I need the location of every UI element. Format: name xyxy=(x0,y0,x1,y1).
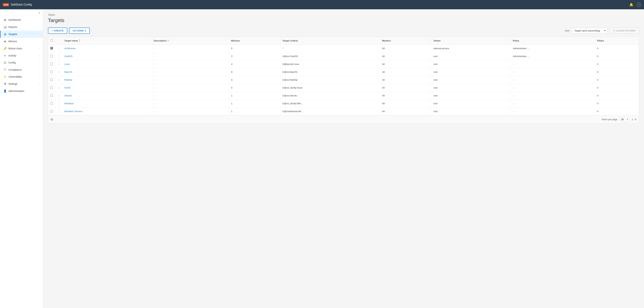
target-name-link-1[interactable]: All Minions xyxy=(64,47,76,50)
select-all-checkbox[interactable] xyxy=(50,39,53,42)
row-checkbox-2[interactable] xyxy=(50,55,53,58)
row-checkbox-cell xyxy=(48,108,55,115)
row-pillars-3: 0 xyxy=(595,60,639,68)
sidebar-item-left-reports: 📊 Reports xyxy=(4,26,17,28)
columns-icon[interactable]: ⊞ xyxy=(51,118,53,121)
actions-button[interactable]: ACTIONS ∨ xyxy=(69,28,90,34)
sidebar-item-reports[interactable]: 📊 Reports xyxy=(0,24,43,30)
sort-select[interactable]: Target name (ascending)Target name (desc… xyxy=(572,28,608,34)
sidebar-item-dashboard[interactable]: ⊞ Dashboard xyxy=(0,16,43,24)
sort-arrows-target-name[interactable]: ▲ ▼ xyxy=(79,39,80,42)
chevron-icon-compliance: › xyxy=(39,69,40,71)
th-target-criteria: Target criteria xyxy=(280,37,380,44)
target-name-link-4[interactable]: MacOS xyxy=(64,71,72,73)
row-checkbox-4[interactable] xyxy=(50,70,53,73)
clear-filters-button[interactable]: ▽ CLEAR FILTERS xyxy=(610,28,639,34)
sidebar-label-activity: Activity xyxy=(8,54,16,57)
create-button[interactable]: + CREATE xyxy=(48,28,67,34)
row-checkbox-8[interactable] xyxy=(50,102,53,105)
sidebar-item-administration[interactable]: 👤 Administration › xyxy=(0,88,43,94)
table-header: Target name ▲ ▼ Description ▽ xyxy=(48,37,639,44)
filter-icon: ▽ xyxy=(613,29,615,32)
row-owner-3: root xyxy=(432,60,511,68)
row-owner-5: root xyxy=(432,76,511,84)
row-menu-5[interactable]: ⋮ xyxy=(55,76,62,84)
sidebar-item-vulnerability[interactable]: ⚡ Vulnerability › xyxy=(0,73,43,80)
sidebar-item-settings[interactable]: ⚙ Settings › xyxy=(0,80,43,88)
row-checkbox-selected-1[interactable] xyxy=(50,47,53,50)
sidebar-icon-administration: 👤 xyxy=(4,90,6,93)
per-page-select[interactable]: 102050100 xyxy=(620,117,630,122)
row-description-4: -- xyxy=(152,68,229,76)
row-minions-1: 5 xyxy=(229,44,280,52)
row-checkbox-6[interactable] xyxy=(50,86,53,89)
row-menu-8[interactable]: ⋮ xyxy=(55,100,62,108)
row-checkbox-5[interactable] xyxy=(50,78,53,81)
pagination-range: 1 - 9 xyxy=(632,118,636,121)
description-filter-icon[interactable]: ▽ xyxy=(168,40,169,42)
row-roles-2: Administrator, ... xyxy=(511,52,595,60)
row-target-name-5: RedHat xyxy=(62,76,152,84)
sidebar-item-activity[interactable]: ≡ Activity › xyxy=(0,52,43,59)
target-name-link-9[interactable]: Windows Servers xyxy=(64,110,82,113)
row-menu-1[interactable]: ⋮ xyxy=(55,44,62,52)
target-name-link-3[interactable]: Linux xyxy=(64,63,70,66)
row-checkbox-9[interactable] xyxy=(50,110,53,112)
row-target-name-8: Windows xyxy=(62,100,152,108)
help-icon[interactable]: ? xyxy=(637,2,641,7)
table-body: ⋮ All Minions -- 5 * All internal-access… xyxy=(48,44,639,115)
row-pillars-8: 0 xyxy=(595,100,639,108)
items-per-page-label: Items per page xyxy=(602,118,617,121)
row-masters-7: All xyxy=(380,92,432,100)
row-menu-9[interactable]: ⋮ xyxy=(55,108,62,115)
targets-table: Target name ▲ ▼ Description ▽ xyxy=(48,37,639,115)
sidebar-item-targets[interactable]: ◎ Targets xyxy=(0,30,43,38)
breadcrumb: Targets xyxy=(48,14,639,16)
th-roles: Roles xyxy=(511,37,595,44)
th-target-criteria-label: Target criteria xyxy=(282,39,298,42)
row-menu-6[interactable]: ⋮ xyxy=(55,84,62,92)
sidebar-item-compliance[interactable]: 🛡 Compliance › xyxy=(0,66,43,73)
target-name-link-7[interactable]: Ubuntu xyxy=(64,94,72,97)
row-menu-2[interactable]: ⋮ xyxy=(55,52,62,60)
sidebar-label-administration: Administration xyxy=(8,90,24,92)
navbar-left: vmw SaltStack Config xyxy=(3,3,32,6)
row-target-name-2: CentOS xyxy=(62,52,152,60)
sidebar-icon-dashboard: ⊞ xyxy=(4,18,6,22)
table-row: ⋮ RedHat -- 0 G@os:RedHat All root -- 0 xyxy=(48,76,639,84)
row-checkbox-3[interactable] xyxy=(50,62,53,65)
row-owner-1: internal-access xyxy=(432,44,511,52)
app-title: SaltStack Config xyxy=(11,3,32,6)
row-description-9: -- xyxy=(152,108,229,115)
row-target-name-7: Ubuntu xyxy=(62,92,152,100)
sidebar-item-config[interactable]: ⊡ Config › xyxy=(0,59,43,66)
target-name-link-8[interactable]: Windows xyxy=(64,102,74,105)
sidebar-item-minion-keys[interactable]: 🔑 Minion Keys › xyxy=(0,45,43,52)
row-menu-4[interactable]: ⋮ xyxy=(55,68,62,76)
target-name-link-6[interactable]: SUSE xyxy=(64,86,71,89)
row-masters-6: All xyxy=(380,84,432,92)
row-roles-8: -- xyxy=(511,100,595,108)
row-description-7: -- xyxy=(152,92,229,100)
row-menu-3[interactable]: ⋮ xyxy=(55,60,62,68)
row-target-criteria-6: G@os_family:Suse xyxy=(280,84,380,92)
table-row: ⋮ All Minions -- 5 * All internal-access… xyxy=(48,44,639,52)
th-select-all xyxy=(48,37,55,44)
sidebar-collapse-button[interactable]: « xyxy=(39,11,40,14)
notification-icon[interactable]: 🔔 xyxy=(629,3,633,6)
chevron-icon-activity: › xyxy=(39,54,40,57)
target-name-link-5[interactable]: RedHat xyxy=(64,78,72,81)
sidebar-item-left-compliance: 🛡 Compliance xyxy=(4,68,22,71)
table-row: ⋮ Windows Servers -- 1 G@osfullname:Mi..… xyxy=(48,108,639,115)
row-menu-7[interactable]: ⋮ xyxy=(55,92,62,100)
row-roles-9: -- xyxy=(511,108,595,115)
row-target-criteria-2: G@os:CentOS xyxy=(280,52,380,60)
sidebar-icon-targets: ◎ xyxy=(4,32,6,36)
sidebar-icon-compliance: 🛡 xyxy=(4,68,6,71)
footer-right: Items per page 102050100 1 - 9 xyxy=(602,117,636,122)
th-description: Description ▽ xyxy=(152,37,229,44)
row-checkbox-7[interactable] xyxy=(50,94,53,97)
targets-table-container: Target name ▲ ▼ Description ▽ xyxy=(48,37,639,124)
target-name-link-2[interactable]: CentOS xyxy=(64,55,73,58)
sidebar-item-minions[interactable]: ◈ Minions xyxy=(0,38,43,45)
